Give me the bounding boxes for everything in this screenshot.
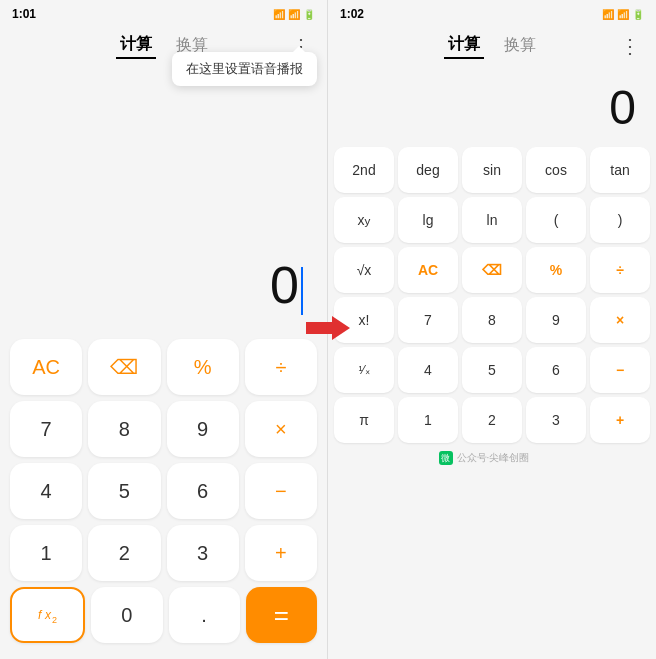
right-key-minus[interactable]: − (590, 347, 650, 393)
left-key-dot[interactable]: . (169, 587, 240, 643)
right-time: 1:02 (340, 7, 364, 21)
right-row-6: π 1 2 3 + (334, 397, 650, 443)
right-key-percent[interactable]: % (526, 247, 586, 293)
left-row-4: 1 2 3 + (10, 525, 317, 581)
right-display-value: 0 (609, 80, 636, 135)
left-key-5[interactable]: 5 (88, 463, 160, 519)
left-row-5: f x 2 0 . = (10, 587, 317, 643)
wifi-icon: 📶 (273, 9, 285, 20)
left-key-2[interactable]: 2 (88, 525, 160, 581)
right-phone: 1:02 📶 📶 🔋 计算 换算 ⋮ 0 2nd deg sin cos tan… (328, 0, 656, 659)
right-key-lparen[interactable]: ( (526, 197, 586, 243)
left-phone: 1:01 📶 📶 🔋 计算 换算 ⋮ 在这里设置语音播报 0 AC ⌫ % ÷ … (0, 0, 328, 659)
right-row-3: √x AC ⌫ % ÷ (334, 247, 650, 293)
right-key-deg[interactable]: deg (398, 147, 458, 193)
left-calc-tab[interactable]: 计算 (116, 32, 156, 59)
left-key-sci[interactable]: f x 2 (10, 587, 85, 643)
right-keypad: 2nd deg sin cos tan xy lg ln ( ) √x AC ⌫… (328, 143, 656, 451)
right-key-8[interactable]: 8 (462, 297, 522, 343)
left-time: 1:01 (12, 7, 36, 21)
right-row-5: ¹⁄ₓ 4 5 6 − (334, 347, 650, 393)
right-key-lg[interactable]: lg (398, 197, 458, 243)
left-key-3[interactable]: 3 (167, 525, 239, 581)
right-key-5[interactable]: 5 (462, 347, 522, 393)
left-key-0[interactable]: 0 (91, 587, 162, 643)
right-header: 计算 换算 ⋮ (328, 28, 656, 63)
right-display: 0 (328, 63, 656, 143)
left-key-1[interactable]: 1 (10, 525, 82, 581)
left-display-value: 0 (270, 255, 299, 315)
right-key-9[interactable]: 9 (526, 297, 586, 343)
left-key-backspace[interactable]: ⌫ (88, 339, 160, 395)
right-row-4: x! 7 8 9 × (334, 297, 650, 343)
left-status-bar: 1:01 📶 📶 🔋 (0, 0, 327, 28)
left-row-3: 4 5 6 − (10, 463, 317, 519)
left-status-icons: 📶 📶 🔋 (273, 9, 315, 20)
left-key-percent[interactable]: % (167, 339, 239, 395)
right-key-sin[interactable]: sin (462, 147, 522, 193)
right-key-pi[interactable]: π (334, 397, 394, 443)
right-arrow-icon (306, 314, 350, 342)
left-key-6[interactable]: 6 (167, 463, 239, 519)
right-key-multiply[interactable]: × (590, 297, 650, 343)
left-key-divide[interactable]: ÷ (245, 339, 317, 395)
right-key-6[interactable]: 6 (526, 347, 586, 393)
right-convert-tab[interactable]: 换算 (500, 33, 540, 58)
battery-icon: 🔋 (303, 9, 315, 20)
left-key-multiply[interactable]: × (245, 401, 317, 457)
svg-text:x: x (44, 608, 52, 622)
right-key-reciprocal[interactable]: ¹⁄ₓ (334, 347, 394, 393)
svg-text:f: f (38, 608, 43, 622)
left-key-7[interactable]: 7 (10, 401, 82, 457)
right-key-3[interactable]: 3 (526, 397, 586, 443)
right-row-1: 2nd deg sin cos tan (334, 147, 650, 193)
watermark: 微 公众号·尖峰创圈 (320, 447, 648, 469)
right-key-rparen[interactable]: ) (590, 197, 650, 243)
left-keypad: AC ⌫ % ÷ 7 8 9 × 4 5 6 − 1 2 3 + (0, 331, 327, 659)
left-key-4[interactable]: 4 (10, 463, 82, 519)
right-key-7[interactable]: 7 (398, 297, 458, 343)
right-key-pow[interactable]: xy (334, 197, 394, 243)
watermark-text: 公众号·尖峰创圈 (457, 451, 530, 465)
right-battery-icon: 🔋 (632, 9, 644, 20)
right-signal-icon: 📶 (617, 9, 629, 20)
left-display: 0 (0, 63, 327, 331)
right-more-button[interactable]: ⋮ (620, 34, 640, 58)
signal-icon: 📶 (288, 9, 300, 20)
right-key-tan[interactable]: tan (590, 147, 650, 193)
right-status-bar: 1:02 📶 📶 🔋 (328, 0, 656, 28)
right-key-1[interactable]: 1 (398, 397, 458, 443)
right-key-divide[interactable]: ÷ (590, 247, 650, 293)
right-key-2nd[interactable]: 2nd (334, 147, 394, 193)
right-row-2: xy lg ln ( ) (334, 197, 650, 243)
left-row-1: AC ⌫ % ÷ (10, 339, 317, 395)
left-key-AC[interactable]: AC (10, 339, 82, 395)
wechat-icon: 微 (439, 451, 453, 465)
voice-tooltip: 在这里设置语音播报 (172, 52, 317, 86)
right-key-ln[interactable]: ln (462, 197, 522, 243)
svg-text:2: 2 (52, 615, 57, 625)
cursor (301, 267, 303, 315)
right-key-plus[interactable]: + (590, 397, 650, 443)
right-key-backspace[interactable]: ⌫ (462, 247, 522, 293)
arrow-container (306, 314, 350, 346)
right-status-icons: 📶 📶 🔋 (602, 9, 644, 20)
left-key-equals[interactable]: = (246, 587, 317, 643)
right-key-2[interactable]: 2 (462, 397, 522, 443)
right-calc-tab[interactable]: 计算 (444, 32, 484, 59)
right-key-4[interactable]: 4 (398, 347, 458, 393)
right-key-AC[interactable]: AC (398, 247, 458, 293)
left-key-9[interactable]: 9 (167, 401, 239, 457)
right-key-cos[interactable]: cos (526, 147, 586, 193)
left-key-minus[interactable]: − (245, 463, 317, 519)
right-key-sqrt[interactable]: √x (334, 247, 394, 293)
left-row-2: 7 8 9 × (10, 401, 317, 457)
left-key-8[interactable]: 8 (88, 401, 160, 457)
left-key-plus[interactable]: + (245, 525, 317, 581)
svg-marker-3 (306, 316, 350, 340)
right-wifi-icon: 📶 (602, 9, 614, 20)
